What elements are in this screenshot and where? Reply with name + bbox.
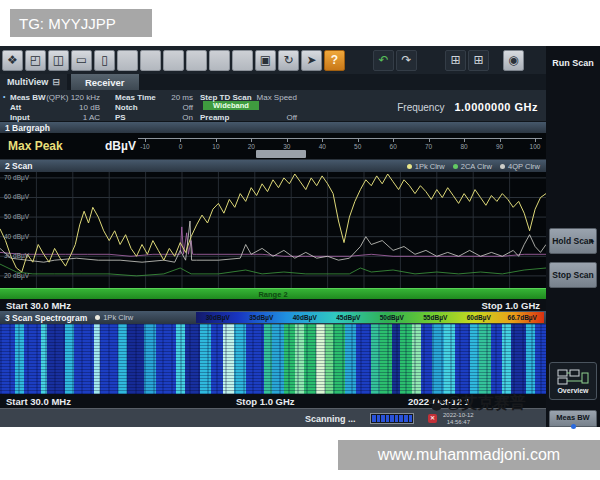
status-time: 14:56:47 [447, 419, 470, 425]
spectrogram-scale-label: 50dBµV [370, 312, 414, 323]
progress-segment [390, 415, 394, 422]
open-file-icon[interactable]: ◰ [25, 50, 46, 71]
bargraph-unit-label: dBµV [105, 139, 136, 153]
pointer-help-icon[interactable]: ➤ [301, 50, 322, 71]
redo-icon[interactable]: ↷ [396, 50, 417, 71]
progress-segment [404, 415, 408, 422]
spectrogram-color-scale: 30dBµV35dBµV40dBµV45dBµV50dBµV55dBµV60dB… [196, 312, 544, 323]
overview-button[interactable]: Overview [549, 362, 597, 400]
scan-y-axis-label: 60 dBµV [4, 193, 29, 200]
scan-y-axis-label: 20 dBµV [4, 272, 29, 279]
site-watermark-text: www.muhammadjoni.com [378, 446, 560, 464]
progress-segment [377, 415, 381, 422]
bargraph-window-header[interactable]: 1 Bargraph [0, 122, 546, 133]
display-layout-icon[interactable]: ▣ [255, 50, 276, 71]
tool-disabled-5 [209, 50, 230, 71]
progress-segment [381, 415, 385, 422]
spectrogram-scale-label: 66.7dBµV [501, 312, 545, 323]
bargraph-scale-tick: 40 [315, 139, 329, 156]
scan-y-axis-label: 30 dBµV [4, 252, 29, 259]
meas-bw-bullet: • [3, 93, 5, 100]
refresh-icon[interactable]: ↻ [278, 50, 299, 71]
bargraph-title: 1 Bargraph [5, 123, 50, 133]
hold-scan-button[interactable]: Hold Scan ▸ [549, 228, 597, 254]
scan-traces-svg [0, 172, 546, 288]
bargraph-scale-tick: 70 [422, 139, 436, 156]
stop-scan-label: Stop Scan [552, 270, 594, 280]
scan-start-freq: Start 30.0 MHz [6, 300, 71, 311]
spectrogram-scale-label: 45dBµV [327, 312, 371, 323]
help-icon[interactable]: ? [324, 50, 345, 71]
bargraph-scale: -100102030405060708090100 [138, 138, 542, 156]
save-icon[interactable]: ◫ [48, 50, 69, 71]
legend-dot-icon [500, 164, 505, 169]
hold-scan-arrow-icon: ▸ [590, 237, 594, 245]
meas-bw-softkey[interactable]: Meas BW [549, 410, 597, 427]
bargraph-scale-tick: 90 [493, 139, 507, 156]
spectrogram-stop-freq: Stop 1.0 GHz [236, 396, 295, 407]
frequency-readout[interactable]: Frequency1.0000000 GHz [397, 101, 538, 113]
spectrogram-window-header[interactable]: 3 Scan Spectrogram 1Pk Clrw 30dBµV35dBµV… [0, 311, 546, 324]
scan-footer: Start 30.0 MHz Stop 1.0 GHz [0, 299, 546, 311]
windows-icon[interactable]: ❖ [2, 50, 23, 71]
scan-window-header[interactable]: 2 Scan 1Pk Clrw2CA Clrw4QP Clrw [0, 160, 546, 172]
bargraph-scale-tick: 100 [528, 139, 542, 156]
bargraph-scale-tick: 50 [351, 139, 365, 156]
bargraph-scale-tick: 60 [386, 139, 400, 156]
legend-item: 1Pk Clrw [407, 162, 445, 171]
tg-watermark-banner: TG: MYYJJPP [10, 9, 152, 37]
tab-receiver[interactable]: Receiver [71, 74, 139, 90]
print-icon[interactable]: ▭ [71, 50, 92, 71]
run-scan-button[interactable]: Run Scan [546, 58, 600, 68]
tool-disabled-3 [163, 50, 184, 71]
bargraph-detector-label: Max Peak [8, 139, 63, 153]
cn-watermark-text: @艾克赛普 [446, 393, 526, 414]
scanning-status: Scanning ... [305, 414, 356, 424]
trace-ca [0, 264, 546, 276]
progress-segment [395, 415, 399, 422]
multiview-grid-icon: ⊟ [52, 77, 60, 87]
scan-chart[interactable]: 70 dBµV60 dBµV50 dBµV40 dBµV30 dBµV20 dB… [0, 172, 546, 288]
error-status-icon[interactable]: ✕ [428, 414, 437, 423]
spectrogram-texture [0, 324, 546, 394]
page-icon[interactable]: ▯ [94, 50, 115, 71]
bargraph-scale-tick: 0 [173, 139, 187, 156]
softkey-sidebar: Run Scan Hold Scan ▸ Stop Scan Overview [546, 46, 600, 427]
spectrogram-legend-dot [95, 315, 100, 320]
spectrogram-legend: 1Pk Clrw [95, 313, 133, 322]
undo-icon[interactable]: ↶ [373, 50, 394, 71]
add-device-2-icon[interactable]: ⊞ [468, 50, 489, 71]
scan-title: 2 Scan [5, 161, 32, 171]
tab-multiview-label: MultiView [7, 77, 48, 87]
range-bar: Range 2 [0, 288, 546, 299]
legend-item: 4QP Clrw [500, 162, 540, 171]
bargraph-indicator[interactable] [256, 150, 306, 158]
progress-segment [386, 415, 390, 422]
tab-receiver-label: Receiver [85, 77, 125, 88]
setting-value: Off [0, 113, 297, 122]
instrument-screen: ❖◰◫▭▯▣↻➤?↶↷⊞⊞◉ MultiView ⊟ Receiver Wide… [0, 46, 600, 427]
wideband-badge[interactable]: Wideband [203, 101, 259, 110]
tab-multiview[interactable]: MultiView ⊟ [0, 74, 67, 90]
camera-icon[interactable]: ◉ [503, 50, 524, 71]
legend-item: 2CA Clrw [453, 162, 492, 171]
bargraph-scale-tick: -10 [138, 139, 152, 156]
stop-scan-button[interactable]: Stop Scan [549, 262, 597, 288]
setting-value: Off [0, 103, 193, 112]
scan-progress-bar [370, 413, 414, 424]
hold-scan-label: Hold Scan [552, 236, 594, 246]
site-watermark-banner: www.muhammadjoni.com [338, 440, 600, 470]
meas-bw-label: Meas BW [556, 413, 589, 422]
paw-logo-icon [428, 395, 445, 412]
scan-y-axis-label: 40 dBµV [4, 233, 29, 240]
scan-trace-legend: 1Pk Clrw2CA Clrw4QP Clrw [407, 162, 546, 171]
bargraph-body: Max Peak dBµV -100102030405060708090100 [0, 133, 546, 160]
frequency-value: 1.0000000 GHz [454, 101, 538, 113]
add-device-1-icon[interactable]: ⊞ [445, 50, 466, 71]
spectrogram-scale-label: 60dBµV [457, 312, 501, 323]
cn-watermark: @艾克赛普 [428, 393, 526, 414]
progress-segment [409, 415, 413, 422]
screenshot-root: TG: MYYJJPP ❖◰◫▭▯▣↻➤?↶↷⊞⊞◉ MultiView ⊟ R… [0, 0, 600, 480]
spectrogram-scale-label: 30dBµV [196, 312, 240, 323]
spectrogram-title: 3 Scan Spectrogram [5, 313, 87, 323]
